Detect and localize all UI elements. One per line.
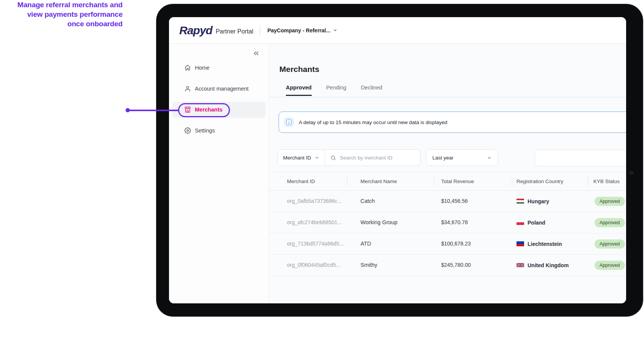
country-name: Poland xyxy=(528,220,545,226)
sidebar: HomeAccount managementMerchantsSettings xyxy=(169,44,269,303)
user-icon xyxy=(184,85,191,92)
cell-merchant-id: org_0f060445af0cd5... xyxy=(287,255,340,276)
sidebar-item-settings[interactable]: Settings xyxy=(172,123,266,138)
storefront-icon xyxy=(184,106,191,113)
column-header-merchant-id: Merchant ID xyxy=(287,172,315,190)
annotation-callout: Manage referral merchants and view payme… xyxy=(0,0,123,29)
cell-merchant-id: org_afc274beb68501... xyxy=(287,212,342,233)
page-title: Merchants xyxy=(279,65,319,74)
banner-text: A delay of up to 15 minutes may occur un… xyxy=(299,120,447,125)
cell-merchant-name: Smithy xyxy=(360,255,377,276)
cell-kyb-status: Approved xyxy=(595,255,625,276)
top-bar: Rapyd Partner Portal PayCompany - Referr… xyxy=(169,17,626,44)
date-range-dropdown[interactable]: Last year xyxy=(426,149,498,166)
search-icon xyxy=(330,155,336,161)
search-input[interactable] xyxy=(339,155,420,161)
chevron-down-icon xyxy=(487,155,492,160)
clipped-control xyxy=(535,150,626,166)
sidebar-item-account-management[interactable]: Account management xyxy=(172,81,266,96)
field-selector-dropdown[interactable]: Merchant ID xyxy=(278,150,325,166)
column-divider xyxy=(588,177,588,185)
status-badge: Approved xyxy=(595,239,625,249)
account-selector[interactable]: PayCompany - Referral... xyxy=(267,27,337,33)
sidebar-item-label: Settings xyxy=(195,128,215,134)
cell-kyb-status: Approved xyxy=(595,191,625,212)
tab-bar: ApprovedPendingDeclined xyxy=(286,85,382,96)
info-banner: i A delay of up to 15 minutes may occur … xyxy=(279,112,626,133)
sidebar-item-merchants[interactable]: Merchants xyxy=(172,102,266,117)
tab-bar-divider xyxy=(269,97,626,97)
cell-merchant-id: org_0afb5a7373686c... xyxy=(287,191,342,212)
chevron-down-icon xyxy=(333,28,337,32)
sidebar-item-label: Merchants xyxy=(195,107,223,113)
sidebar-item-home[interactable]: Home xyxy=(172,60,266,75)
field-selector-value: Merchant ID xyxy=(283,155,311,161)
cell-total-revenue: $245,780.00 xyxy=(441,255,471,276)
tab-approved[interactable]: Approved xyxy=(286,85,312,96)
table-row[interactable]: org_713bd5774a86d5...ATD$100,678.23Liech… xyxy=(269,233,626,255)
cell-total-revenue: $100,678.23 xyxy=(441,233,471,254)
column-header-merchant-name: Merchant Name xyxy=(360,172,397,190)
column-header-registration-country: Registration Country xyxy=(516,172,563,190)
cell-total-revenue: $10,456.56 xyxy=(441,191,468,212)
status-badge: Approved xyxy=(595,218,625,227)
annotation-connector-line xyxy=(126,110,179,111)
portal-label: Partner Portal xyxy=(216,28,253,35)
collapse-sidebar-button[interactable] xyxy=(251,48,261,58)
status-badge: Approved xyxy=(595,197,625,206)
country-name: United Kingdom xyxy=(528,262,569,268)
app-window: Rapyd Partner Portal PayCompany - Referr… xyxy=(169,17,626,303)
tablet-frame: Rapyd Partner Portal PayCompany - Referr… xyxy=(156,4,643,317)
search-box xyxy=(325,150,420,166)
tab-pending[interactable]: Pending xyxy=(326,85,346,96)
rapyd-logo: Rapyd xyxy=(179,24,212,37)
flag-icon xyxy=(516,199,524,204)
chevron-down-icon xyxy=(314,155,319,160)
column-header-total-revenue: Total Revenue xyxy=(441,172,474,190)
sidebar-item-label: Account management xyxy=(195,86,249,92)
double-chevron-left-icon xyxy=(252,49,260,57)
column-header-kyb-status: KYB Status xyxy=(593,172,620,190)
tablet-camera xyxy=(630,171,633,175)
column-divider xyxy=(434,177,434,185)
flag-icon xyxy=(516,220,524,225)
home-icon xyxy=(184,64,191,71)
cell-merchant-name: ATD xyxy=(360,233,371,254)
sidebar-item-label: Home xyxy=(195,65,210,71)
cell-kyb-status: Approved xyxy=(595,212,625,233)
column-divider xyxy=(512,177,512,185)
cell-registration-country: United Kingdom xyxy=(516,255,569,276)
tab-declined[interactable]: Declined xyxy=(361,85,382,96)
cell-registration-country: Poland xyxy=(516,212,545,233)
table-row[interactable]: org_afc274beb68501...Working Group$34,67… xyxy=(269,212,626,233)
country-name: Liechtenstein xyxy=(528,241,562,247)
info-icon: i xyxy=(284,117,294,127)
annotation-line: Manage referral merchants and xyxy=(0,0,123,10)
cell-registration-country: Liechtenstein xyxy=(516,233,562,254)
cell-merchant-name: Working Group xyxy=(360,212,397,233)
annotation-line: view payments performance xyxy=(0,10,123,19)
annotation-line: once onboarded xyxy=(0,19,123,29)
cell-merchant-id: org_713bd5774a86d5... xyxy=(287,233,344,254)
column-divider xyxy=(347,177,348,185)
cell-kyb-status: Approved xyxy=(595,233,625,254)
main-content: Merchants ApprovedPendingDeclined i A de… xyxy=(269,44,626,303)
header-divider xyxy=(260,25,260,36)
table-row[interactable]: org_0afb5a7373686c...Catch$10,456.56Hung… xyxy=(269,191,626,212)
flag-icon xyxy=(516,241,524,246)
merchants-table: Merchant IDMerchant NameTotal RevenueReg… xyxy=(269,172,626,276)
date-range-value: Last year xyxy=(432,155,454,161)
app-body: HomeAccount managementMerchantsSettings … xyxy=(169,44,626,303)
status-badge: Approved xyxy=(595,261,625,270)
account-selector-label: PayCompany - Referral... xyxy=(267,27,330,33)
table-row[interactable]: org_0f060445af0cd5...Smithy$245,780.00Un… xyxy=(269,255,626,276)
cell-registration-country: Hungary xyxy=(516,191,549,212)
table-header-row: Merchant IDMerchant NameTotal RevenueReg… xyxy=(269,172,626,191)
country-name: Hungary xyxy=(528,198,549,204)
gear-icon xyxy=(184,127,191,134)
merchant-filter-group: Merchant ID xyxy=(277,149,421,166)
flag-icon xyxy=(516,263,524,268)
cell-total-revenue: $34,670.78 xyxy=(441,212,468,233)
cell-merchant-name: Catch xyxy=(360,191,375,212)
